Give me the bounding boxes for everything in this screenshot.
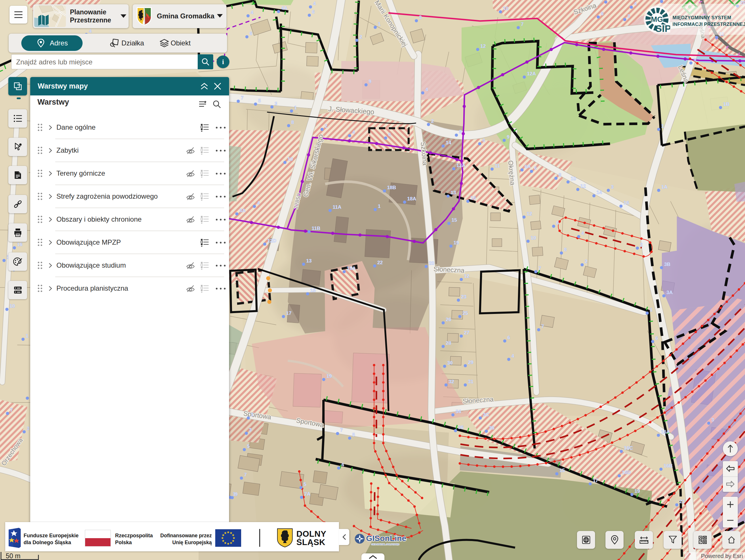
svg-text:7: 7 [340,427,343,433]
svg-text:27: 27 [464,330,469,336]
svg-text:MG: MG [651,15,663,24]
svg-text:1: 1 [650,307,652,313]
svg-text:25: 25 [462,311,468,316]
svg-text:26: 26 [446,317,451,322]
svg-text:6: 6 [312,9,315,15]
svg-text:19A: 19A [347,266,356,271]
svg-text:16A: 16A [661,429,670,435]
svg-text:19: 19 [326,374,332,379]
svg-text:18B: 18B [387,185,396,190]
svg-text:GISonLine: GISonLine [366,534,406,543]
svg-text:5: 5 [258,98,261,104]
svg-text:34: 34 [455,409,461,414]
svg-text:30: 30 [447,360,453,366]
svg-text:12: 12 [464,273,469,279]
svg-text:12: 12 [527,211,532,216]
svg-text:14: 14 [446,140,451,145]
svg-text:10: 10 [503,6,509,11]
svg-text:6: 6 [250,31,252,36]
svg-text:28: 28 [446,340,451,346]
svg-text:4: 4 [341,462,344,467]
svg-text:11B: 11B [312,226,320,231]
svg-text:36: 36 [458,425,463,430]
svg-text:15: 15 [559,468,565,473]
svg-text:SIP: SIP [655,23,670,33]
svg-text:17: 17 [286,311,291,316]
svg-text:3: 3 [27,426,29,431]
svg-text:10: 10 [571,176,576,181]
svg-text:4: 4 [251,10,254,15]
svg-text:23: 23 [461,294,466,300]
svg-text:13: 13 [451,190,456,196]
svg-text:10: 10 [530,235,536,241]
svg-text:8: 8 [564,247,566,252]
svg-text:3: 3 [274,101,277,106]
svg-text:9: 9 [507,134,509,140]
svg-text:16: 16 [17,242,23,247]
svg-text:3: 3 [249,427,252,433]
svg-text:15: 15 [452,217,457,223]
svg-text:7: 7 [541,324,544,329]
svg-text:8: 8 [291,119,294,125]
svg-text:12: 12 [580,183,586,189]
svg-text:4: 4 [352,130,355,135]
svg-text:7: 7 [539,266,541,271]
svg-text:31: 31 [468,379,473,384]
svg-text:6: 6 [534,165,537,171]
svg-text:6: 6 [601,11,604,16]
svg-text:3B: 3B [664,261,671,267]
svg-text:1: 1 [661,123,664,129]
svg-text:2: 2 [325,123,327,129]
svg-text:4: 4 [581,231,584,236]
svg-text:4: 4 [89,29,92,34]
svg-text:4: 4 [634,1,637,7]
svg-text:6: 6 [608,0,611,1]
svg-text:20: 20 [429,260,434,266]
svg-text:5: 5 [352,432,355,438]
svg-text:1A: 1A [661,184,668,190]
svg-text:18A: 18A [407,196,416,202]
svg-text:7A: 7A [304,491,311,497]
svg-text:35: 35 [489,425,494,431]
svg-text:1: 1 [26,333,28,339]
svg-text:3A: 3A [239,208,246,213]
svg-text:7: 7 [10,407,13,413]
svg-text:19: 19 [635,488,640,494]
svg-text:17: 17 [593,478,598,483]
svg-text:16D: 16D [622,470,631,475]
svg-text:14: 14 [596,190,602,195]
svg-text:8: 8 [459,129,461,135]
svg-text:12A: 12A [527,71,536,76]
svg-text:10: 10 [288,156,293,162]
svg-text:1: 1 [378,204,380,209]
svg-text:16: 16 [471,195,476,201]
svg-text:3: 3 [711,417,714,423]
svg-text:12: 12 [480,43,486,49]
svg-text:9: 9 [368,79,371,84]
svg-text:4: 4 [425,87,428,92]
svg-text:15: 15 [310,288,316,293]
svg-text:16C: 16C [624,445,633,451]
svg-text:13: 13 [664,0,670,1]
svg-text:4A: 4A [281,5,288,11]
svg-text:7: 7 [241,95,244,101]
svg-text:16: 16 [623,200,629,206]
svg-text:13A: 13A [456,163,465,168]
svg-text:6: 6 [655,336,658,341]
svg-text:22: 22 [377,260,383,265]
svg-text:6: 6 [507,335,510,340]
svg-text:3: 3 [611,184,614,190]
svg-text:3: 3 [627,13,630,19]
svg-text:11A: 11A [333,204,341,210]
svg-text:9: 9 [235,492,237,497]
svg-text:6A: 6A [525,164,531,169]
svg-text:19: 19 [454,240,459,245]
svg-text:13: 13 [306,258,312,264]
svg-text:2: 2 [431,118,434,124]
svg-text:2: 2 [359,34,362,40]
svg-text:16B: 16B [663,463,673,468]
svg-text:29: 29 [468,360,473,365]
svg-text:7: 7 [521,22,523,27]
svg-text:1B: 1B [723,102,730,107]
svg-text:11: 11 [495,163,500,169]
